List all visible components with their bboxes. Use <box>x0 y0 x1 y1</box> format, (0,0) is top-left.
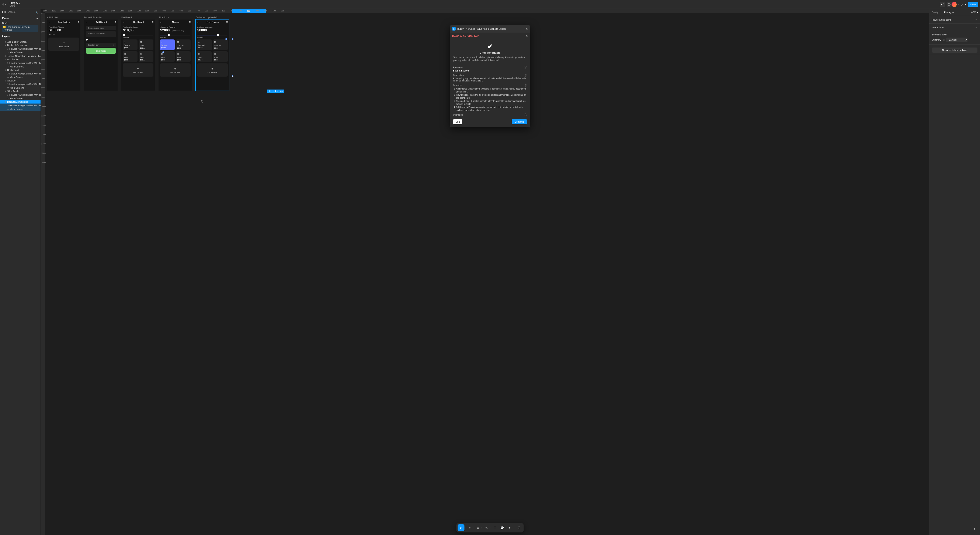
appname-label: App name <box>453 66 463 68</box>
share-button[interactable]: Share <box>968 2 978 7</box>
prototype-node[interactable] <box>232 75 234 77</box>
prototype-node[interactable] <box>232 38 234 40</box>
close-icon[interactable]: ✕ <box>526 28 528 30</box>
frame-bucket-info[interactable]: Bucket Information ←Add Bucket≡ Enter a … <box>84 16 118 90</box>
layer-item[interactable]: #Add Bucket Button <box>0 40 41 43</box>
add-flow-icon[interactable]: ＋ <box>975 18 977 21</box>
left-panel-tabs: File Assets 🔍 <box>0 9 41 15</box>
layer-item[interactable]: #Dashboard Updated <box>0 100 41 103</box>
add-page-icon[interactable]: ＋ <box>36 17 38 20</box>
figma-menu-icon[interactable]: ▾ <box>2 3 6 6</box>
help-icon[interactable]: ? <box>524 84 527 87</box>
frame-dashboard-updated[interactable]: Dashboard Updated ⟨/⟩ ←Free Budgey≡ Avai… <box>196 16 229 90</box>
back-icon: ← <box>123 21 125 23</box>
edit-button[interactable]: Edit <box>453 119 462 124</box>
tool-move[interactable]: ➤ <box>458 524 465 531</box>
flow-starting-point-row: Flow starting point ＋ <box>929 16 980 24</box>
present-button[interactable]: ▷ <box>961 3 963 6</box>
slider <box>123 35 153 35</box>
tab-prototype[interactable]: Prototype <box>942 9 957 16</box>
menu-icon: ≡ <box>189 21 191 24</box>
layer-item[interactable]: ◇Header Navigation Bar With Title <box>0 61 41 65</box>
bucket-card: ▦Business$0.00 <box>176 40 191 50</box>
layer-item[interactable]: ◇Header Navigation Bar With Title <box>0 54 41 58</box>
layer-item[interactable]: ▭Main Content <box>0 86 41 89</box>
tool-frame[interactable]: ⌗ <box>466 524 473 531</box>
layer-item[interactable]: #Allocate <box>0 79 41 82</box>
frame-title: Allocate <box>172 21 180 23</box>
layer-item[interactable]: ▭Main Content <box>0 107 41 111</box>
interactions-label: Interactions <box>932 26 944 29</box>
page-item-drafts[interactable]: Drafts <box>2 21 38 25</box>
chevron-down-icon[interactable]: ▾ <box>490 527 490 529</box>
brief-title: Brief generated. <box>453 51 527 54</box>
tab-assets[interactable]: Assets <box>8 11 16 15</box>
svg-rect-1 <box>948 3 950 6</box>
prototype-node[interactable] <box>162 51 164 53</box>
scroll-behavior-section: Scroll behavior Overflow ⊟ Vertical <box>929 31 980 44</box>
overflow-icon: ⊟ <box>943 39 945 41</box>
function-item: Add bucket - Allows users to create a ne… <box>456 87 527 93</box>
topbar-right: ▾ ▷ ▾ Share <box>951 2 978 7</box>
modal-subtitle: BUZZY AI AUTOMARKUP <box>452 35 479 37</box>
functions-list: Add bucket - Allows users to create a ne… <box>453 87 527 111</box>
layer-item[interactable]: ▭Main Content <box>0 51 41 54</box>
file-name[interactable]: Budgey▾ <box>10 2 20 5</box>
tool-actions[interactable]: ✦ <box>506 524 513 531</box>
add-interaction-icon[interactable]: ＋ <box>975 26 977 29</box>
layer-item[interactable]: ▭Main Content <box>0 97 41 100</box>
tab-file[interactable]: File <box>2 11 6 15</box>
help-icon[interactable]: ? <box>524 113 527 116</box>
layer-item[interactable]: ◇Header Navigation Bar With Title <box>0 47 41 51</box>
layer-item[interactable]: ◇Header Navigation Bar With Title <box>0 72 41 75</box>
tool-comment[interactable]: 💬 <box>499 524 506 531</box>
buckets-label: Buckets <box>47 33 80 36</box>
avatar[interactable] <box>951 2 957 7</box>
help-fab[interactable]: ? <box>972 527 977 532</box>
tab-design[interactable]: Design <box>929 9 942 16</box>
chevron-down-icon[interactable]: ▾ <box>481 527 482 529</box>
frame-title: Dashboard <box>133 21 144 23</box>
chevron-down-icon[interactable]: ▾ <box>464 527 465 529</box>
layer-item[interactable]: ▭Main Content <box>0 65 41 68</box>
buzzy-modal: b Buzzy - No Code Native App & Website B… <box>450 25 530 127</box>
present-chevron-icon[interactable]: ▾ <box>965 3 966 6</box>
overflow-select[interactable]: Vertical <box>946 38 967 42</box>
help-icon[interactable]: ? <box>524 74 527 76</box>
frame-add-bucket[interactable]: Add Bucket ←Free Budgey≡ Available to Al… <box>47 16 80 90</box>
tool-text[interactable]: T <box>492 524 498 531</box>
bucket-card: ▦Business$0.00 <box>213 40 228 50</box>
avatar-chevron-icon[interactable]: ▾ <box>958 3 959 6</box>
search-icon[interactable]: 🔍 <box>35 11 38 14</box>
dev-mode-toggle[interactable] <box>947 2 951 7</box>
layer-item[interactable]: #Add Bucket <box>0 58 41 61</box>
bucket-card: ▥Taxes$0.00 <box>123 51 137 62</box>
tool-pen[interactable]: ✎ <box>483 524 490 531</box>
layers-list[interactable]: #Add Bucket Button#Bucket Information◇He… <box>0 39 41 535</box>
amount: $10,000 <box>121 29 155 33</box>
frame-dashboard[interactable]: Dashboard ←Dashboard≡ Available to Alloc… <box>121 16 155 90</box>
layer-item[interactable]: ◇Header Navigation Bar With Title <box>0 93 41 97</box>
layer-item[interactable]: ◇Header Navigation Bar With Title <box>0 82 41 86</box>
prototype-node[interactable] <box>225 38 227 40</box>
layer-item[interactable]: ▭Main Content <box>0 75 41 79</box>
layer-item[interactable]: #Bucket Information <box>0 43 41 47</box>
a11y-button[interactable]: A? <box>940 2 945 7</box>
tool-shape[interactable]: ▭ <box>475 524 482 531</box>
dev-ready-icon: ⟨/⟩ <box>215 16 218 19</box>
page-item-current[interactable]: 🟡 Free Budgey Buzzy In Progress <box>2 25 38 32</box>
tool-devmode[interactable]: ⟨/⟩ <box>515 524 522 531</box>
bucket-card: ⌂Personal$0.00 <box>197 40 212 50</box>
layer-item[interactable]: #Dashboard <box>0 68 41 72</box>
help-icon[interactable]: ? <box>524 66 527 69</box>
close-icon[interactable]: ✕ <box>526 35 528 37</box>
layer-item[interactable]: #Slide finish <box>0 89 41 93</box>
continue-button[interactable]: Continue <box>512 119 527 124</box>
layer-item[interactable]: ◇Header Navigation Bar With Title <box>0 103 41 107</box>
file-location[interactable]: Drafts <box>10 5 20 7</box>
description-label: Description <box>453 74 464 76</box>
frame-slide-finish[interactable]: Slide finish ←Allocate≡ Allocate to Pers… <box>159 16 192 90</box>
chevron-down-icon[interactable]: ▾ <box>473 527 473 529</box>
show-prototype-settings-button[interactable]: Show prototype settings <box>932 48 977 52</box>
zoom-control[interactable]: 67%▾ <box>971 11 980 14</box>
